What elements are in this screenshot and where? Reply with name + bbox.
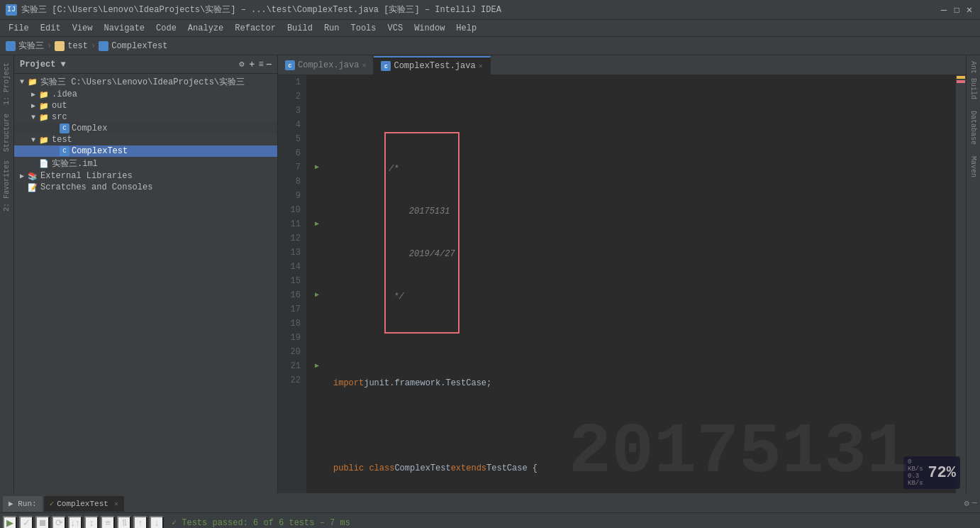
editor-area: C Complex.java ✕ C ComplexTest.java ✕ 1 … — [278, 55, 966, 493]
window-controls[interactable]: — ☐ ✕ — [939, 5, 974, 15]
code-editor[interactable]: 1 2 3 4 5 6 7 8 9 10 11 12 13 14 15 16 1… — [278, 75, 966, 493]
code-line-5: import junit.framework.TestCase; — [333, 376, 950, 390]
tree-item-root-label: 实验三 C:\Users\Lenovo\IdeaProjects\实验三 — [40, 76, 245, 88]
maximize-button[interactable]: ☐ — [952, 5, 962, 15]
run-up-button[interactable]: ↑ — [133, 516, 147, 529]
project-folder-icon: 📁 — [27, 77, 38, 87]
run-tab-run[interactable]: ▶ Run: — [3, 496, 43, 512]
expand-icon: ▼ — [17, 78, 27, 86]
tree-item-iml-label: 实验三.iml — [52, 158, 98, 170]
project-icon — [6, 41, 16, 51]
test-folder-icon: 📁 — [38, 135, 50, 145]
run-check-button[interactable]: ✓ — [19, 516, 33, 529]
sidebar-item-project[interactable]: 1: Project — [1, 58, 12, 109]
complex-java-icon: C — [60, 123, 69, 133]
run-tab-close[interactable]: ✕ — [114, 500, 118, 508]
menu-item-edit[interactable]: Edit — [35, 20, 67, 37]
run-rerun-button[interactable]: ⟳ — [52, 516, 66, 529]
ant-build-tab[interactable]: Ant Build — [968, 55, 979, 105]
menu-item-file[interactable]: File — [3, 20, 35, 37]
app-icon: IJ — [6, 4, 17, 16]
network-up: 0 KB/s — [908, 458, 928, 473]
run-sort2-button[interactable]: ↕ — [84, 516, 99, 529]
breadcrumb-project-label: 实验三 — [18, 40, 44, 52]
java-icon — [99, 41, 108, 51]
run-close-icon[interactable]: — — [972, 498, 977, 509]
run-tab-complextest[interactable]: ✓ ComplexTest ✕ — [44, 496, 124, 512]
tab-complex-java[interactable]: C Complex.java ✕ — [278, 56, 374, 75]
run-stop-button[interactable]: ⏹ — [35, 516, 50, 529]
line-numbers: 1 2 3 4 5 6 7 8 9 10 11 12 13 14 15 16 1… — [278, 75, 306, 493]
breadcrumb-folder-label: test — [67, 41, 88, 51]
tree-item-out[interactable]: ▶ 📁 out — [14, 100, 277, 111]
breadcrumb-sep-2: › — [91, 41, 96, 51]
breadcrumb: 实验三 › test › ComplexTest — [0, 37, 980, 55]
menu-item-help[interactable]: Help — [450, 20, 482, 37]
menu-item-navigate[interactable]: Navigate — [98, 20, 150, 37]
menu-item-tools[interactable]: Tools — [345, 20, 382, 37]
tree-item-root[interactable]: ▼ 📁 实验三 C:\Users\Lenovo\IdeaProjects\实验三 — [14, 75, 277, 89]
tab-complextest-java[interactable]: C ComplexTest.java ✕ — [374, 56, 490, 75]
src-folder-icon: 📁 — [38, 112, 50, 122]
tree-item-test[interactable]: ▼ 📁 test — [14, 134, 277, 145]
menu-item-window[interactable]: Window — [408, 20, 450, 37]
no-arrow — [28, 160, 38, 167]
complextest-java-icon: C — [60, 146, 69, 156]
menu-item-view[interactable]: View — [67, 20, 99, 37]
network-widget: 0 KB/s 0.3 KB/s 72% — [903, 456, 960, 489]
close-button[interactable]: ✕ — [964, 5, 974, 15]
database-tab[interactable]: Database — [968, 105, 979, 150]
run-settings-icon[interactable]: ⚙ — [964, 498, 969, 509]
run-toggle-button[interactable]: ⥮ — [117, 516, 131, 529]
expand-arrow: ▼ — [28, 136, 38, 144]
breadcrumb-project[interactable]: 实验三 — [6, 40, 44, 52]
tree-item-scratches[interactable]: 📝 Scratches and Consoles — [14, 182, 277, 193]
run-tab-run-label: ▶ Run: — [9, 499, 37, 508]
run-again-button[interactable]: ▶ — [3, 516, 17, 529]
tab-complex-label: Complex.java — [298, 60, 359, 70]
code-line-4: */ — [389, 290, 455, 304]
run-filter-button[interactable]: ≡ — [101, 516, 115, 529]
menu-item-analyze[interactable]: Analyze — [182, 20, 229, 37]
project-settings-icon[interactable]: ⚙ — [239, 59, 244, 70]
breadcrumb-folder[interactable]: test — [55, 41, 88, 51]
project-expand-icon[interactable]: ≡ — [259, 60, 264, 70]
sidebar-item-structure[interactable]: Structure — [1, 109, 12, 156]
menu-item-code[interactable]: Code — [150, 20, 182, 37]
tab-complex-close[interactable]: ✕ — [362, 61, 366, 70]
code-line-7: public class ComplexTest extends TestCas… — [333, 461, 950, 475]
code-content[interactable]: /* 20175131 2019/4/27 */ import junit.fr… — [328, 75, 956, 493]
window-title: 实验三 [C:\Users\Lenovo\IdeaProjects\实验三] –… — [21, 4, 939, 16]
project-add-icon[interactable]: ＋ — [247, 58, 256, 70]
minimize-button[interactable]: — — [939, 5, 949, 15]
right-sidebar-strip: Ant Build Database Maven — [966, 55, 980, 493]
project-panel: Project ▼ ⚙ ＋ ≡ — ▼ 📁 实验三 C:\Users\Lenov… — [14, 55, 278, 493]
tree-item-complextest[interactable]: C ComplexTest — [14, 145, 277, 157]
left-sidebar-strip: 1: Project Structure 2: Favorites — [0, 55, 14, 493]
tree-item-iml[interactable]: 📄 实验三.iml — [14, 157, 277, 170]
tree-item-complex[interactable]: C Complex — [14, 123, 277, 134]
run-down-button[interactable]: ↓ — [150, 516, 164, 529]
tree-item-src[interactable]: ▼ 📁 src — [14, 111, 277, 123]
menu-item-refactor[interactable]: Refactor — [229, 20, 282, 37]
tree-item-extlibs[interactable]: ▶ 📚 External Libraries — [14, 170, 277, 182]
expand-arrow: ▶ — [17, 172, 27, 180]
code-line-1: /* — [389, 162, 455, 176]
maven-tab[interactable]: Maven — [968, 150, 979, 183]
network-down: 0.3 KB/s — [908, 473, 928, 487]
project-pin-icon[interactable]: — — [267, 60, 272, 70]
menu-item-run[interactable]: Run — [318, 20, 345, 37]
breadcrumb-file[interactable]: ComplexTest — [99, 41, 167, 51]
project-panel-header: Project ▼ ⚙ ＋ ≡ — — [14, 55, 277, 74]
tab-complextest-icon: C — [381, 61, 391, 71]
sidebar-item-favorites[interactable]: 2: Favorites — [1, 156, 12, 216]
tree-item-src-label: src — [52, 112, 67, 122]
menu-item-vcs[interactable]: VCS — [382, 20, 409, 37]
run-sort-button[interactable]: ↓↑ — [68, 516, 82, 529]
tree-item-out-label: out — [52, 101, 67, 111]
expand-arrow: ▶ — [28, 101, 38, 110]
tab-complextest-close[interactable]: ✕ — [479, 62, 483, 70]
menu-item-build[interactable]: Build — [282, 20, 318, 37]
tree-item-idea[interactable]: ▶ 📁 .idea — [14, 89, 277, 100]
idea-folder-icon: 📁 — [38, 89, 50, 99]
